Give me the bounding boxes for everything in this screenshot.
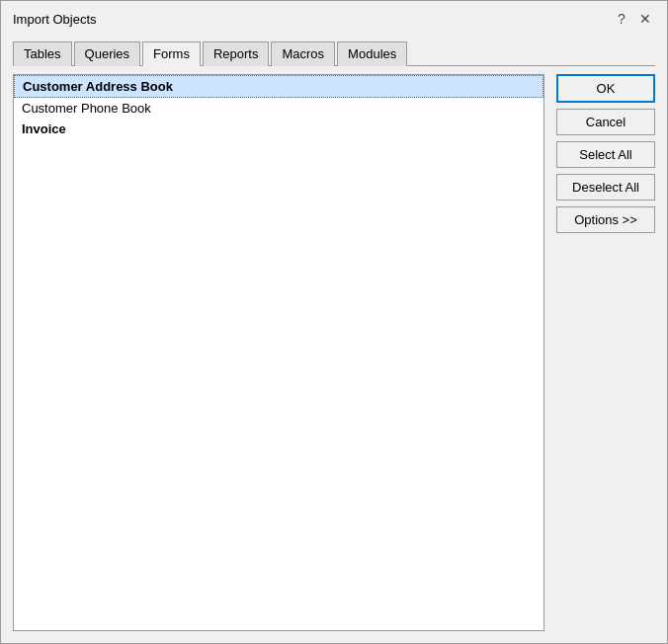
import-objects-dialog: Import Objects ? ✕ Tables Queries Forms … — [0, 0, 668, 644]
options-button[interactable]: Options >> — [556, 206, 655, 233]
ok-button[interactable]: OK — [556, 74, 655, 103]
title-bar: Import Objects ? ✕ — [1, 1, 667, 33]
close-button[interactable]: ✕ — [635, 9, 655, 29]
buttons-panel: OK Cancel Select All Deselect All Option… — [556, 74, 655, 631]
list-item[interactable]: Customer Address Book — [14, 75, 543, 98]
dialog-body: Tables Queries Forms Reports Macros Modu… — [1, 33, 667, 643]
tab-reports[interactable]: Reports — [203, 41, 270, 66]
content-area: Customer Address Book Customer Phone Boo… — [13, 74, 655, 631]
list-item[interactable]: Invoice — [14, 119, 543, 139]
tab-bar: Tables Queries Forms Reports Macros Modu… — [13, 40, 655, 66]
title-bar-controls: ? ✕ — [612, 9, 655, 29]
list-item[interactable]: Customer Phone Book — [14, 98, 543, 119]
tab-modules[interactable]: Modules — [337, 41, 407, 66]
object-list[interactable]: Customer Address Book Customer Phone Boo… — [13, 74, 544, 631]
deselect-all-button[interactable]: Deselect All — [556, 174, 655, 201]
tab-forms[interactable]: Forms — [142, 41, 201, 66]
select-all-button[interactable]: Select All — [556, 141, 655, 168]
tab-queries[interactable]: Queries — [74, 41, 141, 66]
tab-macros[interactable]: Macros — [271, 41, 335, 66]
tab-tables[interactable]: Tables — [13, 41, 72, 66]
title-bar-left: Import Objects — [13, 12, 97, 27]
dialog-title: Import Objects — [13, 12, 97, 27]
cancel-button[interactable]: Cancel — [556, 109, 655, 135]
help-button[interactable]: ? — [612, 9, 631, 29]
